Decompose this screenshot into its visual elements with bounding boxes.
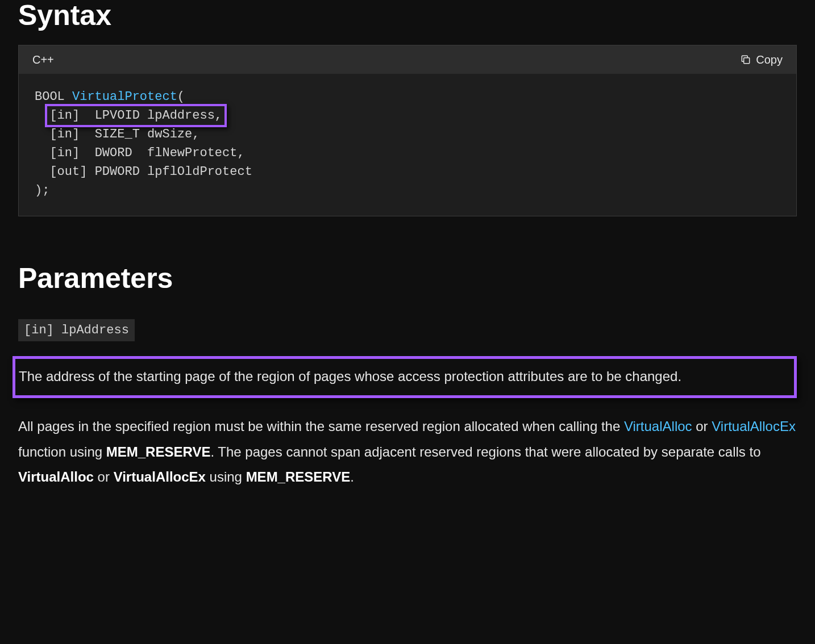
bold-virtualalloc: VirtualAlloc (18, 469, 94, 484)
text-run: function using (18, 444, 106, 459)
code-close: ); (35, 183, 49, 198)
parameter-label: [in] lpAddress (18, 319, 135, 341)
copy-icon (740, 54, 751, 65)
param-name: lpAddress, (147, 108, 222, 123)
text-run: or (94, 469, 114, 484)
text-run: . The pages cannot span adjacent reserve… (210, 444, 760, 459)
param-type: LPVOID (95, 108, 140, 123)
code-return-type: BOOL (35, 90, 65, 104)
highlighted-description: The address of the starting page of the … (13, 356, 797, 398)
bold-mem-reserve: MEM_RESERVE (246, 469, 351, 484)
code-block: C++ Copy BOOL VirtualProtect( [in] LPVOI… (18, 45, 797, 216)
bold-virtualallocex: VirtualAllocEx (114, 469, 206, 484)
param-type: DWORD (95, 146, 132, 160)
text-run: . (350, 469, 354, 484)
code-language-label: C++ (32, 51, 54, 68)
param-name: dwSize, (147, 127, 199, 141)
svg-rect-0 (744, 58, 750, 64)
code-function-name: VirtualProtect (72, 90, 177, 104)
link-virtualalloc[interactable]: VirtualAlloc (624, 419, 692, 434)
syntax-heading: Syntax (18, 0, 797, 31)
param-name: lpflOldProtect (147, 165, 252, 179)
code-open-paren: ( (177, 90, 185, 104)
text-run: using (206, 469, 246, 484)
text-run: All pages in the specified region must b… (18, 419, 624, 434)
highlighted-param-line: [in] LPVOID lpAddress, (45, 104, 227, 127)
parameter-body-paragraph: All pages in the specified region must b… (18, 414, 797, 490)
param-type: PDWORD (95, 165, 140, 179)
parameters-heading: Parameters (18, 257, 797, 300)
param-type: SIZE_T (95, 127, 140, 141)
param-dir: [in] (49, 127, 80, 141)
param-dir: [in] (49, 108, 80, 123)
code-content[interactable]: BOOL VirtualProtect( [in] LPVOID lpAddre… (19, 74, 796, 216)
param-dir: [in] (49, 146, 80, 160)
copy-button[interactable]: Copy (740, 51, 783, 68)
param-name: flNewProtect, (147, 146, 245, 160)
text-run: or (692, 419, 712, 434)
param-dir: [out] (49, 165, 87, 179)
code-header: C++ Copy (19, 45, 796, 74)
copy-button-label: Copy (756, 51, 783, 68)
link-virtualallocex[interactable]: VirtualAllocEx (712, 419, 796, 434)
bold-mem-reserve: MEM_RESERVE (106, 444, 211, 459)
